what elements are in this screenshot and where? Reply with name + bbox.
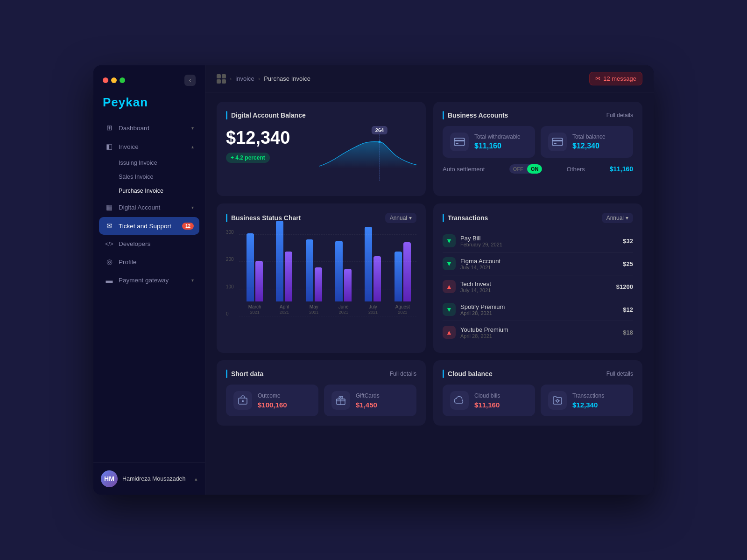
- topbar: › invoice › Purchase Invoice ✉ 12 messag…: [205, 65, 654, 92]
- collapse-button[interactable]: ‹: [184, 75, 196, 86]
- sidebar-header: ‹: [93, 65, 205, 91]
- maximize-btn[interactable]: [120, 77, 125, 83]
- trans-amount: $12: [623, 306, 633, 313]
- main-content: › invoice › Purchase Invoice ✉ 12 messag…: [205, 65, 654, 495]
- close-btn[interactable]: [103, 77, 108, 83]
- grid-icon[interactable]: [217, 74, 226, 84]
- cloud-bills-label: Cloud bills: [474, 392, 500, 399]
- toggle-off: OFF: [509, 164, 527, 174]
- sidebar-subitem-purchase[interactable]: Purchase Invoice: [99, 184, 199, 197]
- sidebar-item-dashboard[interactable]: ⊞ Dashboard ▾: [99, 119, 199, 137]
- outcome-icon: [233, 391, 252, 410]
- others-value: $11,160: [609, 165, 633, 173]
- ba-cards: Total withdrawable $11,160: [443, 126, 633, 158]
- outcome-value: $100,160: [258, 401, 287, 409]
- title-bar: [443, 214, 444, 222]
- trans-amount: $25: [623, 260, 633, 267]
- chevron-down-icon-trans: ▾: [626, 215, 628, 221]
- sidebar-item-label: Dashboard: [119, 125, 149, 132]
- bar-label-august: Aguest2021: [395, 304, 410, 315]
- topbar-right: ✉ 12 message: [589, 72, 642, 85]
- bar-blue: [335, 241, 343, 301]
- balance-card-header: Digital Account Balance: [226, 111, 416, 119]
- svg-rect-2: [454, 140, 465, 141]
- bar-purple: [374, 256, 381, 301]
- giftcards-icon: [331, 391, 350, 410]
- business-title: Business Accounts: [443, 111, 508, 119]
- bar-blue: [247, 233, 254, 301]
- bar-blue: [276, 221, 283, 301]
- full-details-link[interactable]: Full details: [606, 112, 633, 119]
- sidebar-subitem-sales[interactable]: Sales Invoice: [99, 170, 199, 183]
- chevron-icon: ▾: [191, 205, 194, 210]
- cloud-balance-full-details[interactable]: Full details: [606, 371, 633, 377]
- bar-group-march: March2021: [241, 233, 268, 315]
- chart-yaxis: 300 200 100 0: [226, 230, 234, 316]
- outcome-item: Outcome $100,160: [226, 385, 318, 416]
- sidebar-item-payment[interactable]: ▬ Payment gateway ▾: [99, 272, 199, 289]
- trans-name: Youtube Premium: [460, 326, 508, 333]
- cloud-bills-value: $11,160: [474, 401, 500, 409]
- period-select[interactable]: Annual ▾: [385, 213, 416, 223]
- title-bar: [443, 111, 444, 119]
- bar-group-july: July2021: [359, 227, 387, 315]
- sidebar-item-invoice[interactable]: ◧ Invoice ▴: [99, 138, 199, 155]
- trans-direction-icon: ▲: [443, 326, 456, 339]
- transactions-title: Transactions: [443, 214, 488, 222]
- trans-name: Figma Account: [460, 258, 500, 265]
- ba-card-total: Total balance $12,340: [541, 126, 633, 158]
- transactions-period-select[interactable]: Annual ▾: [602, 213, 633, 223]
- auto-settlement-toggle[interactable]: OFF ON: [509, 164, 543, 174]
- svg-rect-1: [454, 138, 465, 146]
- top-row: Digital Account Balance $12,340 + 4.2 pe…: [217, 102, 642, 196]
- business-card-header: Business Accounts Full details: [443, 111, 633, 119]
- trans-direction-icon: ▼: [443, 257, 456, 270]
- user-profile-footer[interactable]: HM Hamidreza Mousazadeh ▴: [93, 462, 205, 495]
- app-logo: Peykan: [93, 91, 205, 119]
- bar-chart-container: 300 200 100 0: [226, 230, 416, 328]
- app-window: ‹ Peykan ⊞ Dashboard ▾ ◧ Invoice ▴ Issui…: [93, 65, 654, 495]
- cloud-trans-value: $12,340: [572, 401, 604, 409]
- title-bar: [226, 370, 227, 378]
- bar-label-june: June2021: [338, 304, 349, 315]
- developers-icon: </>: [105, 241, 114, 247]
- svg-rect-3: [456, 143, 458, 144]
- cloud-balance-card: Cloud balance Full details: [433, 360, 642, 426]
- transaction-item-tech: ▲ Tech Invest July 14, 2021 $1200: [443, 275, 633, 298]
- user-chevron-icon: ▴: [195, 476, 197, 482]
- svg-rect-6: [554, 143, 557, 144]
- bar-purple: [403, 242, 411, 301]
- svg-rect-4: [552, 138, 563, 146]
- ba-label: Total withdrawable: [474, 133, 521, 140]
- cloud-bills-item: Cloud bills $11,160: [443, 385, 535, 416]
- transaction-item-figma: ▼ Figma Account July 14, 2021 $25: [443, 252, 633, 275]
- giftcards-label: GiftCards: [356, 392, 380, 399]
- sidebar-subitem-issuing[interactable]: Issuing Invoice: [99, 156, 199, 169]
- minimize-btn[interactable]: [111, 77, 117, 83]
- transactions-list: ▼ Pay Bill February 29, 2021 $32 ▼: [443, 230, 633, 343]
- transaction-item-spotify: ▼ Spotify Premium April 28, 2021 $12: [443, 298, 633, 321]
- breadcrumb-invoice[interactable]: invoice: [235, 75, 254, 82]
- transactions-period-label: Annual: [606, 215, 624, 221]
- trans-date: July 14, 2021: [460, 265, 500, 270]
- chevron-icon: ▾: [191, 278, 194, 283]
- balance-inner: $12,340 + 4.2 percent 264: [226, 126, 416, 187]
- message-button[interactable]: ✉ 12 message: [589, 72, 642, 85]
- bar-label-july: July2021: [368, 304, 378, 315]
- transactions-header: Transactions Annual ▾: [443, 213, 633, 223]
- bottom-row: Short data Full details: [217, 360, 642, 426]
- sidebar-item-ticket[interactable]: ✉ Ticket and Support 12: [99, 217, 199, 235]
- sidebar-item-developers[interactable]: </> Developers: [99, 236, 199, 252]
- bar-blue: [395, 252, 402, 301]
- sidebar-item-profile[interactable]: ◎ Profile: [99, 253, 199, 271]
- short-data-full-details[interactable]: Full details: [390, 371, 416, 377]
- cloud-balance-items: Cloud bills $11,160: [443, 385, 633, 416]
- trans-direction-icon: ▲: [443, 280, 456, 293]
- ba-value: $11,160: [474, 142, 521, 150]
- ticket-badge: 12: [182, 223, 194, 230]
- sidebar-item-label: Ticket and Support: [119, 223, 171, 230]
- line-chart-svg: [319, 126, 416, 182]
- sidebar-item-digital-account[interactable]: ▦ Digital Account ▾: [99, 198, 199, 216]
- bar-chart: March2021 April2021: [241, 230, 416, 328]
- bar-purple: [344, 269, 352, 301]
